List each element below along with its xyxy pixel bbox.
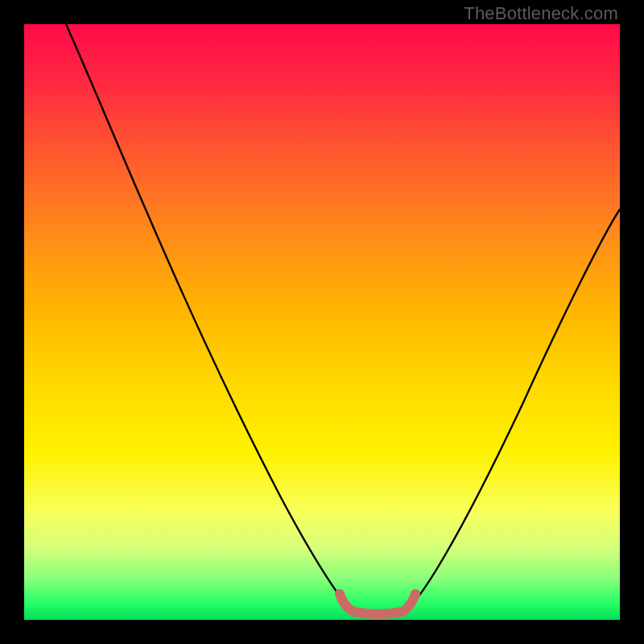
plot-area [24, 24, 620, 620]
watermark-text: TheBottleneck.com [464, 3, 618, 24]
chart-frame: TheBottleneck.com [0, 0, 644, 644]
highlight-dot-right [411, 589, 420, 599]
curve-layer [24, 24, 620, 620]
valley-highlight [340, 594, 415, 614]
main-curve [66, 24, 620, 615]
highlight-dot-left [335, 589, 345, 599]
